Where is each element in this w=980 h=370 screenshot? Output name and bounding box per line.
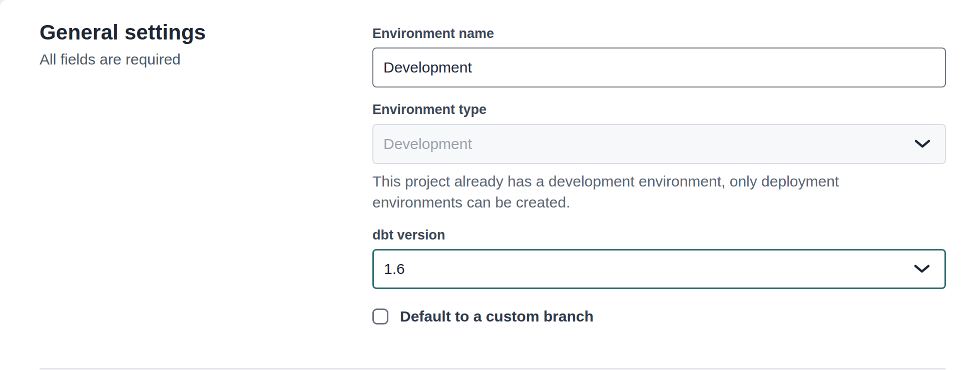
environment-name-label: Environment name <box>372 26 946 42</box>
section-header: General settings All fields are required <box>40 19 372 370</box>
environment-name-field: Environment name <box>372 26 946 88</box>
dbt-version-select[interactable]: 1.6 <box>372 249 946 289</box>
dbt-version-selected-value: 1.6 <box>384 260 405 278</box>
dbt-version-label: dbt version <box>372 227 946 243</box>
page-subtitle: All fields are required <box>40 50 372 68</box>
settings-card: General settings All fields are required… <box>0 0 980 370</box>
chevron-down-icon <box>913 260 930 278</box>
custom-branch-checkbox[interactable] <box>372 308 388 324</box>
environment-type-helper-text: This project already has a development e… <box>372 171 933 213</box>
custom-branch-row: Default to a custom branch <box>372 308 946 325</box>
dbt-version-field: dbt version 1.6 <box>372 227 946 289</box>
chevron-down-icon <box>914 136 931 152</box>
environment-type-label: Environment type <box>372 102 946 118</box>
environment-name-input[interactable] <box>372 48 946 88</box>
section-divider <box>40 368 945 370</box>
environment-type-selected-value: Development <box>383 136 472 152</box>
general-settings-section: General settings All fields are required… <box>0 0 980 370</box>
custom-branch-label[interactable]: Default to a custom branch <box>400 308 594 325</box>
settings-form: Environment name Environment type Develo… <box>372 19 946 370</box>
environment-type-select[interactable]: Development <box>372 124 946 164</box>
environment-type-field: Environment type Development This projec… <box>372 102 946 212</box>
page-title: General settings <box>40 20 372 44</box>
